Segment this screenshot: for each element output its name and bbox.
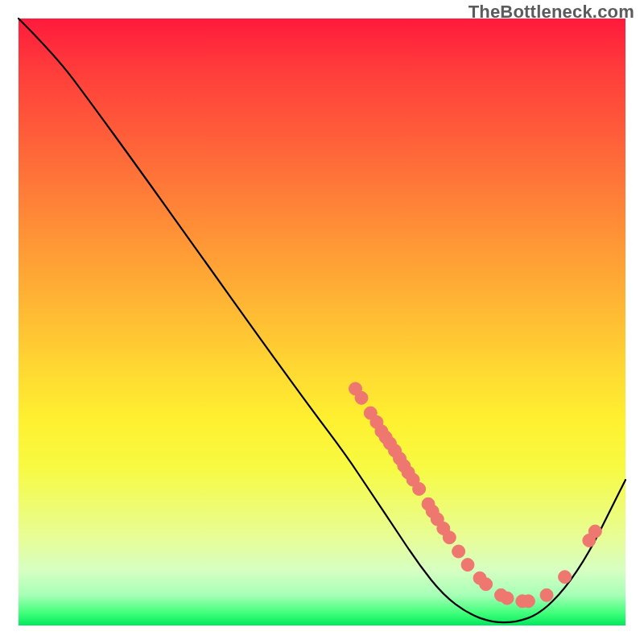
curve-dot [588,525,601,538]
curve-dot [501,592,514,605]
curve-dot [461,559,474,572]
bottleneck-curve [19,19,625,622]
curve-dot [480,578,493,591]
curve-dot [559,571,572,584]
curve-dot [452,545,465,558]
curve-dot [355,391,368,404]
curve-data-dots [349,382,602,608]
chart-stage: TheBottleneck.com [0,0,644,644]
curve-dot [443,531,456,544]
curve-dot [540,588,553,601]
bottleneck-curve-path [19,19,625,622]
curve-dot [522,595,535,608]
curve-dot [413,482,426,495]
chart-overlay-svg [0,0,644,644]
